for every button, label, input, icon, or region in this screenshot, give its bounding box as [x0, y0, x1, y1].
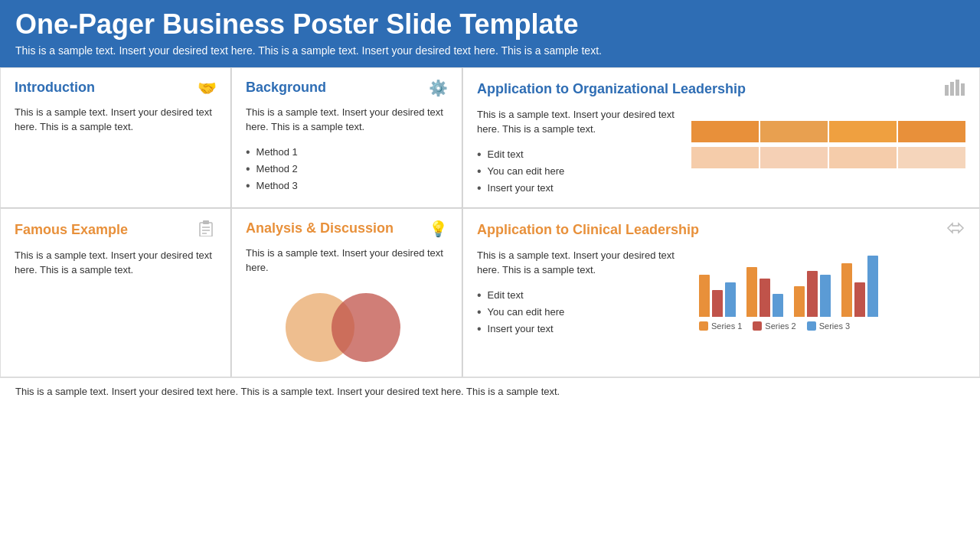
introduction-title: Introduction — [15, 80, 95, 96]
bar-segment — [760, 121, 828, 142]
bar — [760, 279, 770, 317]
bar-segment — [898, 147, 965, 168]
header: One-Pager Business Poster Slide Template… — [0, 0, 980, 67]
bar-segment — [829, 147, 897, 168]
arrows-icon — [946, 220, 965, 240]
org-bullets: Edit text You can edit here Insert your … — [477, 146, 691, 197]
list-item: Method 1 — [246, 144, 448, 161]
svg-rect-2 — [956, 80, 959, 96]
list-item: Insert your text — [477, 321, 691, 337]
svg-rect-4 — [200, 223, 212, 236]
page-title: One-Pager Business Poster Slide Template — [15, 9, 965, 40]
bar-group — [699, 275, 736, 317]
bar — [807, 271, 818, 317]
bar — [699, 275, 710, 317]
svg-rect-3 — [961, 83, 965, 96]
bar-segment — [760, 147, 828, 168]
famous-title-row: Famous Example — [15, 220, 217, 240]
analysis-cell: Analysis & Discussion 💡 This is a sample… — [231, 208, 462, 377]
clinical-title: Application to Clinical Leadership — [477, 222, 699, 238]
handshake-icon: 🤝 — [198, 79, 217, 97]
bar — [841, 263, 852, 317]
clinical-bullets: Edit text You can edit here Insert your … — [477, 287, 691, 337]
bar — [746, 267, 757, 317]
org-text: This is a sample text. Insert your desir… — [477, 107, 691, 137]
bar-segment — [691, 147, 759, 168]
legend-dot-series2 — [753, 321, 762, 331]
clinical-text: This is a sample text. Insert your desir… — [477, 248, 691, 278]
svg-rect-1 — [950, 82, 954, 96]
footer-text: This is a sample text. Insert your desir… — [15, 386, 560, 397]
background-bullets: Method 1 Method 2 Method 3 — [246, 144, 448, 194]
analysis-title-row: Analysis & Discussion 💡 — [246, 220, 448, 238]
list-item: Method 3 — [246, 178, 448, 194]
org-title: Application to Organizational Leadership — [477, 81, 746, 97]
famous-text: This is a sample text. Insert your desir… — [15, 248, 217, 278]
bar — [712, 290, 723, 317]
introduction-title-row: Introduction 🤝 — [15, 79, 217, 97]
bar-group — [746, 267, 783, 317]
legend-dot-series1 — [699, 321, 708, 331]
content-grid: Introduction 🤝 This is a sample text. In… — [0, 67, 980, 377]
gear-icon: ⚙️ — [429, 79, 448, 97]
chart-icon — [944, 79, 965, 99]
org-text-area: This is a sample text. Insert your desir… — [477, 107, 691, 197]
clinical-text-area: This is a sample text. Insert your desir… — [477, 248, 691, 337]
clinical-bar-chart: Series 1 Series 2 Series 3 — [691, 248, 965, 337]
bar — [820, 275, 831, 317]
bar-row-1 — [691, 121, 965, 142]
chart-legend: Series 1 Series 2 Series 3 — [691, 321, 965, 331]
clipboard-icon — [198, 220, 217, 240]
introduction-cell: Introduction 🤝 This is a sample text. In… — [0, 67, 231, 208]
famous-example-cell: Famous Example This is a sample text. In… — [0, 208, 231, 377]
header-subtitle: This is a sample text. Insert your desir… — [15, 44, 965, 57]
bar-segment — [691, 121, 759, 142]
bar — [725, 282, 736, 317]
bar-group — [841, 256, 878, 317]
footer: This is a sample text. Insert your desir… — [0, 377, 980, 405]
background-cell: Background ⚙️ This is a sample text. Ins… — [231, 67, 462, 208]
venn-circle-right — [332, 293, 400, 362]
legend-label-series3: Series 3 — [819, 321, 850, 331]
venn-diagram — [246, 289, 448, 366]
bar — [773, 294, 783, 317]
lightbulb-icon: 💡 — [429, 220, 448, 238]
legend-series2: Series 2 — [753, 321, 795, 331]
list-item: You can edit here — [477, 304, 691, 321]
clinical-title-row: Application to Clinical Leadership — [477, 220, 965, 240]
list-item: Edit text — [477, 287, 691, 304]
famous-title: Famous Example — [15, 222, 128, 238]
svg-rect-5 — [203, 220, 209, 224]
background-title: Background — [246, 80, 326, 96]
introduction-text: This is a sample text. Insert your desir… — [15, 105, 217, 135]
org-bar-chart — [691, 107, 965, 197]
list-item: Edit text — [477, 146, 691, 163]
list-item: You can edit here — [477, 163, 691, 180]
org-content: This is a sample text. Insert your desir… — [477, 107, 965, 197]
bar-segment — [829, 121, 897, 142]
bar-segment — [898, 121, 965, 142]
org-leadership-cell: Application to Organizational Leadership… — [462, 67, 980, 208]
legend-label-series2: Series 2 — [765, 321, 795, 331]
legend-label-series1: Series 1 — [711, 321, 742, 331]
horizontal-bar-chart — [691, 121, 965, 168]
legend-series1: Series 1 — [699, 321, 742, 331]
list-item: Method 2 — [246, 161, 448, 178]
clinical-leadership-cell: Application to Clinical Leadership This … — [462, 208, 980, 377]
analysis-text: This is a sample text. Insert your desir… — [246, 246, 448, 276]
bar — [867, 256, 878, 317]
bar-group — [794, 271, 831, 317]
vertical-bar-chart — [691, 256, 965, 317]
bar — [794, 286, 805, 317]
bar — [854, 282, 865, 317]
background-title-row: Background ⚙️ — [246, 79, 448, 97]
background-text: This is a sample text. Insert your desir… — [246, 105, 448, 135]
list-item: Insert your text — [477, 180, 691, 197]
svg-rect-0 — [945, 85, 949, 96]
clinical-content: This is a sample text. Insert your desir… — [477, 248, 965, 337]
analysis-title: Analysis & Discussion — [246, 220, 394, 236]
org-title-row: Application to Organizational Leadership — [477, 79, 965, 99]
legend-dot-series3 — [807, 321, 816, 331]
bar-row-2 — [691, 147, 965, 168]
legend-series3: Series 3 — [807, 321, 850, 331]
